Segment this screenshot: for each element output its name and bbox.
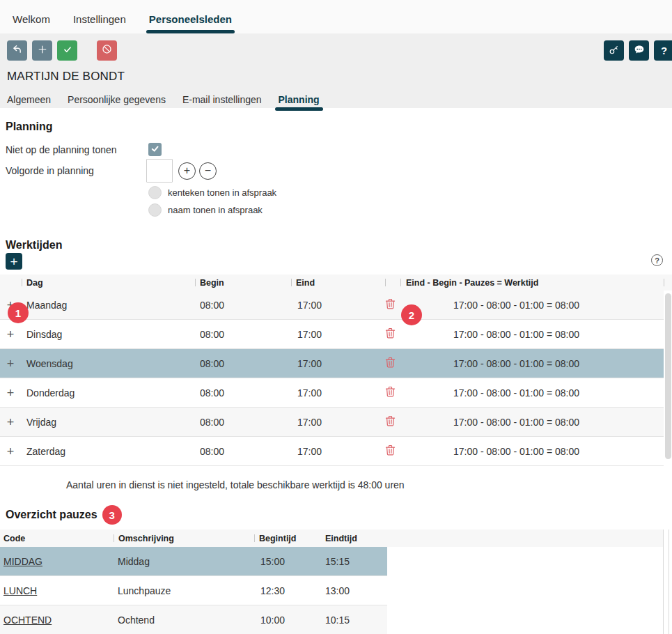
- dag-cell: Donderdag: [21, 387, 195, 399]
- werktijden-row-dinsdag[interactable]: +Dinsdag08:0017:0017:00 - 08:00 - 01:00 …: [0, 320, 664, 349]
- pauze-code-link[interactable]: LUNCH: [3, 585, 37, 596]
- plus-icon: +: [10, 255, 17, 268]
- column-header-begin[interactable]: Begin: [200, 278, 224, 288]
- column-header-code[interactable]: Code: [3, 534, 25, 543]
- toolbar-left: [7, 40, 672, 61]
- delete-row-button[interactable]: [385, 327, 400, 341]
- delete-row-button[interactable]: [385, 357, 400, 370]
- dag-cell: Zaterdag: [21, 446, 195, 457]
- delete-row-button[interactable]: [385, 444, 400, 458]
- main-tab-welkom[interactable]: Welkom: [13, 13, 50, 33]
- volgorde-decrement-button[interactable]: −: [199, 162, 217, 180]
- trash-icon: [385, 386, 396, 399]
- werktijden-row-donderdag[interactable]: +Donderdag08:0017:0017:00 - 08:00 - 01:0…: [0, 378, 664, 408]
- begin-cell[interactable]: 08:00: [195, 329, 291, 340]
- pauzes-section-heading: Overzicht pauzes: [6, 509, 97, 521]
- werktijden-scrollbar[interactable]: [664, 291, 672, 466]
- sub-tab-e-mail-instellingen[interactable]: E-mail instellingen: [182, 94, 262, 111]
- password-button[interactable]: [604, 40, 624, 61]
- main-tab-personeelsleden[interactable]: Personeelsleden: [149, 13, 232, 33]
- expand-row-icon[interactable]: +: [7, 415, 15, 429]
- omschrijving-cell: Middag: [114, 556, 254, 567]
- delete-row-button[interactable]: [385, 298, 400, 311]
- begin-cell[interactable]: 08:00: [195, 446, 291, 457]
- check-icon: [62, 44, 73, 58]
- eind-cell[interactable]: 17:00: [291, 300, 385, 311]
- afspraak-radio-group: kenteken tonen in afspraaknaam tonen in …: [148, 186, 672, 217]
- werktijden-row-woensdag[interactable]: +Woensdag08:0017:0017:00 - 08:00 - 01:00…: [0, 349, 664, 378]
- column-header-formule[interactable]: Eind - Begin - Pauzes = Werktijd: [406, 278, 538, 288]
- sub-tab-planning[interactable]: Planning: [279, 94, 320, 111]
- eind-cell[interactable]: 17:00: [291, 387, 385, 399]
- chat-button[interactable]: [629, 40, 649, 61]
- delete-row-button[interactable]: [385, 386, 400, 399]
- expand-row-icon[interactable]: +: [7, 386, 15, 400]
- key-icon: [608, 44, 620, 58]
- trash-icon: [385, 327, 396, 341]
- eind-cell[interactable]: 17:00: [291, 446, 385, 457]
- main-tab-instellingen[interactable]: Instellingen: [73, 13, 126, 33]
- column-header-eindtijd[interactable]: Eindtijd: [325, 534, 357, 543]
- begin-cell[interactable]: 08:00: [195, 387, 291, 399]
- werktijden-note: Aantal uren in dienst is niet ingesteld,…: [66, 479, 672, 491]
- begin-cell[interactable]: 08:00: [195, 300, 291, 311]
- eind-cell[interactable]: 17:00: [291, 358, 385, 369]
- werktijden-row-vrijdag[interactable]: +Vrijdag08:0017:0017:00 - 08:00 - 01:00 …: [0, 408, 664, 437]
- step-badge-1: 1: [8, 302, 29, 323]
- pauzes-row-ochtend[interactable]: OCHTENDOchtend10:0010:15: [0, 605, 387, 634]
- werktijd-formule-cell: 17:00 - 08:00 - 01:00 = 08:00: [400, 329, 664, 340]
- werktijden-row-zaterdag[interactable]: +Zaterdag08:0017:0017:00 - 08:00 - 01:00…: [0, 437, 664, 466]
- eind-cell[interactable]: 17:00: [291, 329, 385, 340]
- back-button[interactable]: [7, 40, 27, 61]
- delete-row-button[interactable]: [385, 415, 400, 428]
- volgorde-input[interactable]: [146, 159, 173, 183]
- werktijd-formule-cell: 17:00 - 08:00 - 01:00 = 08:00: [400, 300, 664, 311]
- expand-row-icon[interactable]: +: [7, 444, 15, 458]
- pauzes-table: Code Omschrijving Begintijd Eindtijd MID…: [0, 529, 672, 634]
- sub-tab-algemeen[interactable]: Algemeen: [7, 94, 51, 111]
- radio-label: kenteken tonen in afspraak: [168, 187, 276, 198]
- dag-cell: Maandag: [21, 300, 195, 311]
- toolbar-right: ?: [604, 40, 672, 61]
- werktijden-table: Dag Begin Eind Eind - Begin - Pauzes = W…: [0, 275, 672, 466]
- add-werktijd-button[interactable]: +: [6, 253, 22, 270]
- werktijd-formule-cell: 17:00 - 08:00 - 01:00 = 08:00: [400, 446, 664, 457]
- add-record-button[interactable]: [32, 40, 52, 61]
- column-header-begintijd[interactable]: Begintijd: [259, 534, 296, 543]
- column-header-omschrijving[interactable]: Omschrijving: [118, 534, 174, 543]
- expand-row-icon[interactable]: +: [7, 357, 15, 371]
- werktijden-help-icon[interactable]: ?: [651, 254, 663, 266]
- radio-kenteken-tonen-in-afspraak[interactable]: [148, 186, 162, 199]
- radio-naam-tonen-in-afspraak[interactable]: [148, 203, 162, 217]
- expand-row-icon[interactable]: +: [7, 327, 15, 341]
- back-arrow-icon: [11, 43, 23, 58]
- column-header-dag[interactable]: Dag: [26, 278, 43, 288]
- begin-cell[interactable]: 08:00: [195, 358, 291, 369]
- cancel-button[interactable]: [97, 40, 117, 61]
- scrollbar-thumb[interactable]: [665, 293, 671, 459]
- werktijden-section-heading: Werktijden: [6, 239, 672, 252]
- minus-icon: −: [205, 165, 211, 176]
- niet-op-planning-checkbox[interactable]: [148, 143, 162, 156]
- sub-tab-persoonlijke-gegevens[interactable]: Persoonlijke gegevens: [68, 94, 166, 111]
- save-button[interactable]: [57, 40, 77, 61]
- eindtijd-cell: 10:15: [317, 614, 387, 626]
- pauze-code-link[interactable]: OCHTEND: [3, 614, 52, 626]
- eind-cell[interactable]: 17:00: [291, 417, 385, 428]
- begin-cell[interactable]: 08:00: [195, 417, 291, 428]
- step-badge-3: 3: [102, 505, 122, 525]
- begintijd-cell: 12:30: [254, 585, 317, 596]
- pauzes-row-lunch[interactable]: LUNCHLunchpauze12:3013:00: [0, 576, 387, 605]
- column-header-eind[interactable]: Eind: [296, 278, 315, 288]
- help-button[interactable]: ?: [654, 40, 672, 61]
- pauze-code-link[interactable]: MIDDAG: [3, 556, 42, 567]
- pauzes-row-middag[interactable]: MIDDAGMiddag15:0015:15: [0, 547, 387, 576]
- begintijd-cell: 15:00: [254, 556, 317, 567]
- werktijden-row-maandag[interactable]: +Maandag08:0017:0017:00 - 08:00 - 01:00 …: [0, 291, 664, 320]
- begintijd-cell: 10:00: [254, 614, 317, 626]
- pauzes-scrollbar-track: [663, 529, 669, 634]
- werktijd-formule-cell: 17:00 - 08:00 - 01:00 = 08:00: [400, 358, 664, 369]
- volgorde-increment-button[interactable]: +: [178, 162, 196, 180]
- main-tab-bar: WelkomInstellingenPersoneelsleden: [0, 0, 672, 33]
- omschrijving-cell: Ochtend: [114, 614, 254, 626]
